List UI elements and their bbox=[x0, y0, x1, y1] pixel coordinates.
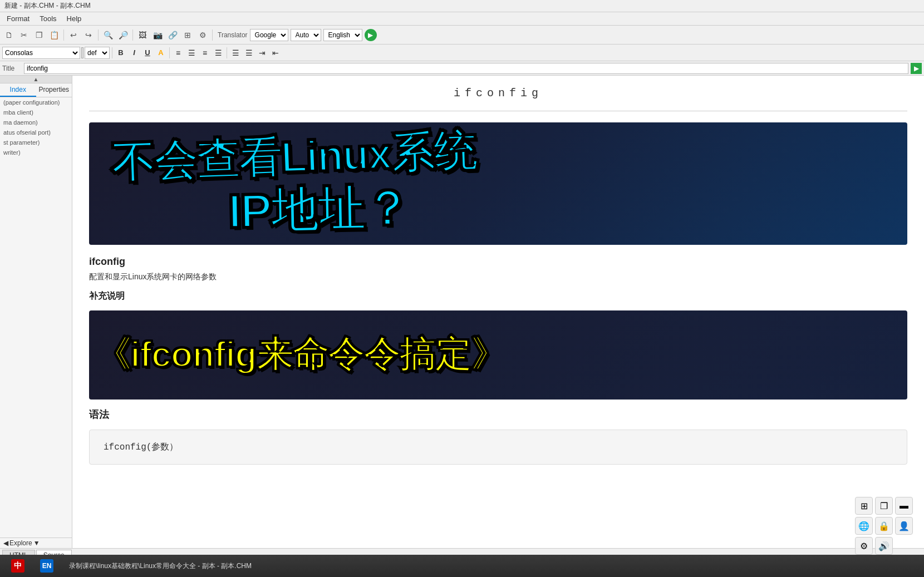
sep2 bbox=[98, 29, 99, 41]
tray-icon-sound[interactable]: 🔊 bbox=[875, 537, 893, 555]
copy-btn[interactable]: ❐ bbox=[32, 28, 46, 42]
taskbar-app[interactable]: 录制课程\linux基础教程\Linux常用命令大全 - 副本 - 副本.CHM bbox=[62, 557, 258, 575]
banner-2: 《ifconfig来命令令搞定》 bbox=[89, 310, 907, 400]
taskbar-en[interactable]: EN bbox=[33, 557, 60, 575]
sidebar-tabs: Index Properties bbox=[0, 83, 72, 97]
undo-btn[interactable]: ↩ bbox=[67, 28, 80, 42]
content-area: ifconfig 不会查看Linux系统 IP地址？ ifconfig 配置和显… bbox=[72, 76, 924, 548]
paste-btn[interactable]: 📋 bbox=[47, 28, 61, 42]
translator-label: Translator bbox=[218, 31, 248, 39]
list2-btn[interactable]: ☰ bbox=[243, 47, 255, 59]
section1-heading: ifconfig bbox=[89, 256, 907, 268]
tray-icon-lock[interactable]: 🔒 bbox=[875, 517, 893, 535]
arrow-down-icon: ▼ bbox=[33, 539, 40, 547]
sidebar-item-3[interactable]: atus ofserial port) bbox=[0, 127, 72, 137]
title-label: Title bbox=[2, 65, 22, 72]
redo-btn[interactable]: ↪ bbox=[82, 28, 95, 42]
format-sep3 bbox=[227, 47, 227, 58]
sidebar-explore[interactable]: ◀ Explore ▼ bbox=[0, 537, 72, 548]
sidebar-item-2[interactable]: ma daemon) bbox=[0, 117, 72, 127]
title-input[interactable] bbox=[24, 63, 908, 74]
sidebar-item-1[interactable]: mba client) bbox=[0, 107, 72, 117]
tray-row-1: ⊞ ❐ ▬ bbox=[855, 497, 913, 515]
highlight-btn[interactable]: A bbox=[155, 47, 167, 59]
title-go-btn[interactable]: ▶ bbox=[911, 63, 922, 74]
bold-btn[interactable]: B bbox=[115, 47, 127, 59]
menu-bar: Format Tools Help bbox=[0, 12, 924, 26]
search-btn[interactable]: 🔍 bbox=[101, 28, 115, 42]
sep1 bbox=[63, 29, 64, 41]
img2-btn[interactable]: 📷 bbox=[151, 28, 164, 42]
sidebar-tab-index[interactable]: Index bbox=[0, 83, 36, 97]
size-select[interactable]: def bbox=[85, 47, 110, 59]
sep3 bbox=[132, 29, 133, 41]
table-btn[interactable]: ⊞ bbox=[181, 28, 194, 42]
code-block: ifconfig(参数） bbox=[89, 430, 907, 465]
taskbar: 中 EN 录制课程\linux基础教程\Linux常用命令大全 - 副本 - 副… bbox=[0, 555, 924, 577]
scroll-up-btn[interactable]: ▲ bbox=[0, 76, 72, 83]
tray-row-2: 🌐 🔒 👤 bbox=[855, 517, 913, 535]
sep4 bbox=[212, 29, 213, 41]
menu-format[interactable]: Format bbox=[2, 13, 34, 24]
taskbar-ch[interactable]: 中 bbox=[4, 557, 31, 575]
format-toolbar: Consolas def B I U A ≡ ☰ ≡ ☰ ☰ ☰ ⇥ ⇤ bbox=[0, 45, 924, 61]
menu-help[interactable]: Help bbox=[62, 13, 86, 24]
main-layout: ▲ Index Properties (paper configuration)… bbox=[0, 76, 924, 548]
tray-icon-globe[interactable]: 🌐 bbox=[855, 517, 873, 535]
font-select[interactable]: Consolas bbox=[2, 47, 80, 59]
tray-icon-copy[interactable]: ❐ bbox=[875, 497, 893, 515]
list-btn[interactable]: ☰ bbox=[229, 47, 242, 59]
auto-select[interactable]: Auto bbox=[291, 29, 321, 41]
tray-icon-gear[interactable]: ⚙ bbox=[855, 537, 873, 555]
underline-btn[interactable]: U bbox=[141, 47, 154, 59]
menu-tools[interactable]: Tools bbox=[35, 13, 61, 24]
banner1-text2: IP地址？ bbox=[228, 176, 410, 244]
taskbar-app-label: 录制课程\linux基础教程\Linux常用命令大全 - 副本 - 副本.CHM bbox=[69, 561, 252, 571]
tray-icon-min[interactable]: ▬ bbox=[895, 497, 913, 515]
sidebar-item-5[interactable]: writer) bbox=[0, 147, 72, 157]
banner-1: 不会查看Linux系统 IP地址？ bbox=[89, 122, 907, 245]
sidebar-item-4[interactable]: st parameter) bbox=[0, 137, 72, 147]
google-select[interactable]: Google bbox=[250, 29, 288, 41]
sidebar-scroll[interactable]: (paper configuration) mba client) ma dae… bbox=[0, 97, 72, 537]
taskbar-ch-icon: 中 bbox=[11, 559, 24, 573]
italic-btn[interactable]: I bbox=[128, 47, 140, 59]
english-select[interactable]: English bbox=[323, 29, 362, 41]
title-bar-text: 新建 - 副本.CHM - 副本.CHM bbox=[4, 1, 91, 11]
scissors-btn[interactable]: ✂ bbox=[17, 28, 31, 42]
link-btn[interactable]: 🔗 bbox=[166, 28, 179, 42]
tray-icon-grid[interactable]: ⊞ bbox=[855, 497, 873, 515]
outdent-btn[interactable]: ⇤ bbox=[269, 47, 282, 59]
sidebar: ▲ Index Properties (paper configuration)… bbox=[0, 76, 72, 548]
translator-section: Translator Google Auto English ▶ bbox=[218, 29, 377, 41]
system-tray: ⊞ ❐ ▬ 🌐 🔒 👤 ⚙ 🔊 bbox=[855, 497, 913, 555]
new-btn[interactable]: 🗋 bbox=[2, 28, 16, 42]
sidebar-tab-properties[interactable]: Properties bbox=[36, 83, 72, 97]
img-btn[interactable]: 🖼 bbox=[136, 28, 149, 42]
taskbar-en-icon: EN bbox=[40, 559, 53, 573]
main-toolbar: 🗋 ✂ ❐ 📋 ↩ ↪ 🔍 🔎 🖼 📷 🔗 ⊞ ⚙ Translator Goo… bbox=[0, 26, 924, 45]
align-justify-btn[interactable]: ☰ bbox=[212, 47, 224, 59]
explore-label: Explore bbox=[9, 539, 32, 547]
section2-heading: 补充说明 bbox=[89, 290, 907, 302]
align-left-btn[interactable]: ≡ bbox=[172, 47, 184, 59]
align-right-btn[interactable]: ≡ bbox=[199, 47, 211, 59]
content-title: ifconfig bbox=[89, 87, 907, 100]
zoom-btn[interactable]: 🔎 bbox=[116, 28, 130, 42]
content-divider bbox=[89, 111, 907, 111]
format-sep1 bbox=[112, 47, 112, 58]
section1-text: 配置和显示Linux系统网卡的网络参数 bbox=[89, 272, 907, 282]
section3-heading: 语法 bbox=[89, 408, 907, 421]
translate-go-btn[interactable]: ▶ bbox=[365, 29, 377, 41]
banner2-text: 《ifconfig来命令令搞定》 bbox=[95, 330, 506, 379]
indent-btn[interactable]: ⇥ bbox=[256, 47, 268, 59]
sidebar-item-0[interactable]: (paper configuration) bbox=[0, 97, 72, 107]
arrow-left-icon: ◀ bbox=[3, 539, 8, 547]
banner1-text: 不会查看Linux系统 bbox=[111, 122, 848, 186]
align-center-btn[interactable]: ☰ bbox=[185, 47, 198, 59]
color-swatch[interactable] bbox=[81, 47, 83, 58]
settings-btn[interactable]: ⚙ bbox=[196, 28, 209, 42]
format-sep2 bbox=[169, 47, 170, 58]
title-input-bar: Title ▶ bbox=[0, 61, 924, 76]
tray-icon-user[interactable]: 👤 bbox=[895, 517, 913, 535]
